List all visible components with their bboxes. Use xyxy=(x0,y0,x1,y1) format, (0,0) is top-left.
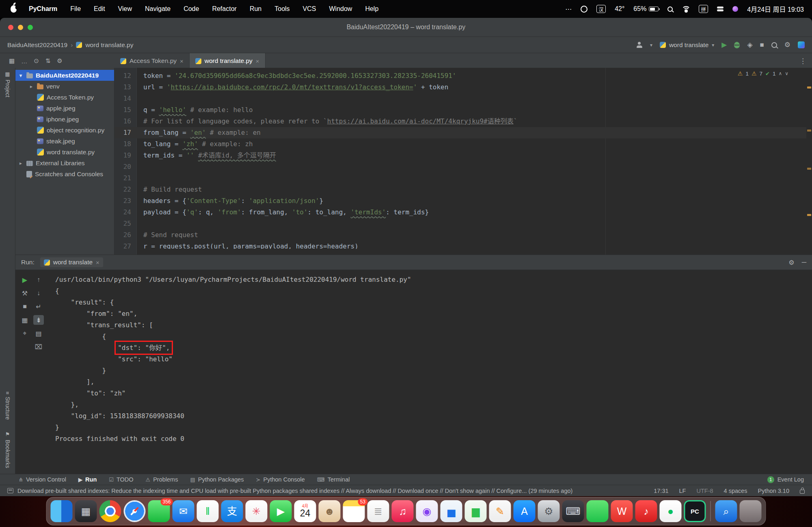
dock-alipay-icon[interactable]: 支 xyxy=(221,500,243,522)
menu-view[interactable]: View xyxy=(112,5,138,13)
dock-facetime-icon[interactable]: ▶ xyxy=(270,500,292,522)
menu-code[interactable]: Code xyxy=(177,5,205,13)
chevron-icon[interactable]: ▸ xyxy=(18,160,24,166)
coverage-button[interactable]: ◈ xyxy=(747,41,752,49)
code-line[interactable]: 16# For list of language codes, please r… xyxy=(114,116,806,127)
stop-button[interactable]: ■ xyxy=(19,302,30,311)
debug-button[interactable] xyxy=(734,42,740,48)
caret-position[interactable]: 17:31 xyxy=(654,488,668,494)
menu-edit[interactable]: Edit xyxy=(87,5,112,13)
dock-pages-icon[interactable]: ✎ xyxy=(489,500,511,522)
search-everywhere-icon[interactable] xyxy=(771,42,777,48)
dock-notes-icon[interactable]: 53 xyxy=(343,500,365,522)
chevron-icon[interactable]: ▸ xyxy=(28,84,34,89)
next-problem-icon[interactable]: ∨ xyxy=(785,71,788,76)
minimize-button[interactable] xyxy=(18,25,23,30)
indent-style[interactable]: 4 spaces xyxy=(724,488,747,494)
spotlight-search-icon[interactable] xyxy=(667,6,673,12)
print-button[interactable]: ▤ xyxy=(33,328,44,338)
dock-messages-icon[interactable]: 356 xyxy=(148,500,170,522)
dock-iqiyi-icon[interactable]: ‖ xyxy=(197,500,219,522)
code-line[interactable]: 15q = 'hello' # example: hello xyxy=(114,104,806,116)
tool-tab-problems[interactable]: ⚠Problems xyxy=(146,476,178,483)
dock-keyboard-app-icon[interactable]: ⌨ xyxy=(562,500,584,522)
tree-item-object-recognition-py[interactable]: object recognition.py xyxy=(15,125,114,136)
next-trace-button[interactable]: ↓ xyxy=(33,288,44,298)
dock-preview-icon[interactable]: ⌕ xyxy=(715,500,737,522)
editor-tab-word-translate-py[interactable]: word translate.py× xyxy=(190,53,266,69)
menu-help[interactable]: Help xyxy=(358,5,385,13)
code-line[interactable]: 25 xyxy=(114,218,806,229)
project-root[interactable]: ▾ BaiduAItest20220419 xyxy=(15,70,114,81)
warning-mark[interactable] xyxy=(807,86,811,89)
lock-icon[interactable] xyxy=(800,490,805,494)
run-configuration-select[interactable]: word translate ▾ xyxy=(660,41,714,49)
code-line[interactable]: 20 xyxy=(114,161,806,173)
clear-output-button[interactable]: ⌧ xyxy=(33,342,44,352)
tab-close-icon[interactable]: × xyxy=(256,58,259,65)
tool-tab-python-console[interactable]: ≻Python Console xyxy=(256,476,305,483)
dock-mail-icon[interactable]: ✉ xyxy=(173,500,194,522)
dock-contacts-icon[interactable]: ☻ xyxy=(319,500,341,522)
code-line[interactable]: 17from_lang = 'en' # example: en xyxy=(114,127,806,138)
tool-tab-run[interactable]: ▶Run xyxy=(78,476,97,483)
tool-tab-version-control[interactable]: ⋔Version Control xyxy=(19,476,66,483)
view-options-icon[interactable]: … xyxy=(21,58,27,65)
dock-system-preferences-icon[interactable]: ⚙ xyxy=(538,500,560,522)
run-settings-gear-icon[interactable]: ⚙ xyxy=(788,259,794,266)
scroll-to-end-button[interactable]: ⇟ xyxy=(33,315,44,325)
panel-settings-icon[interactable]: ⚙ xyxy=(57,57,62,65)
menubar-clock[interactable]: 4月24日 周日 19:03 xyxy=(747,4,804,14)
expand-collapse-icon[interactable]: ⇅ xyxy=(45,57,51,65)
close-icon[interactable]: × xyxy=(96,259,99,266)
run-tab[interactable]: word translate × xyxy=(40,257,103,267)
tool-tab-todo[interactable]: ☑TODO xyxy=(109,476,133,483)
dock-wechat-icon[interactable] xyxy=(587,500,609,522)
user-caret-icon[interactable]: ▾ xyxy=(650,42,652,48)
tool-stripe-project[interactable]: ▦ Project xyxy=(4,71,11,97)
tab-options-icon[interactable]: ⋮ xyxy=(799,53,812,69)
dock-green-circle-app-icon[interactable]: ● xyxy=(660,500,682,522)
soft-wrap-button[interactable]: ↵ xyxy=(33,302,44,311)
locate-file-icon[interactable]: ⊙ xyxy=(34,57,39,65)
dock-calendar-icon[interactable]: 4月24 xyxy=(294,500,316,522)
rerun-button[interactable]: ▶ xyxy=(19,275,30,285)
dock-wps-icon[interactable]: W xyxy=(611,500,633,522)
code-line[interactable]: 23headers = {'Content-Type': 'applicatio… xyxy=(114,195,806,207)
file-encoding[interactable]: UTF-8 xyxy=(696,488,713,494)
dock-music-icon[interactable]: ♫ xyxy=(392,500,414,522)
control-center-icon[interactable] xyxy=(717,6,723,11)
error-stripe[interactable] xyxy=(806,68,812,255)
menu-tools[interactable]: Tools xyxy=(268,5,296,13)
code-line[interactable]: 12token = '24.670d359695dd66a8c9ec3bdbdc… xyxy=(114,70,806,82)
event-log-button[interactable]: 1 Event Log xyxy=(767,476,812,483)
split-output-button[interactable]: ▦ xyxy=(19,315,30,325)
app-ring-icon[interactable] xyxy=(581,6,587,13)
dock-keynote-icon[interactable]: ▅ xyxy=(441,500,462,522)
menubar-app-icon[interactable] xyxy=(732,6,738,12)
python-interpreter[interactable]: Python 3.10 xyxy=(758,488,789,494)
menu-file[interactable]: File xyxy=(64,5,87,13)
battery-indicator[interactable]: 65% xyxy=(633,5,659,13)
editor-tab-access-token-py[interactable]: Access Token.py× xyxy=(114,53,190,69)
user-account-icon[interactable] xyxy=(636,42,643,48)
dock-trash-icon[interactable] xyxy=(740,500,762,522)
code-line[interactable]: 19term_ids = '' #术语库id, 多个逗号隔开 xyxy=(114,150,806,161)
code-line[interactable]: 27r = requests.post(url, params=payload,… xyxy=(114,241,806,249)
code-line[interactable]: 26# Send request xyxy=(114,229,806,241)
tree-item-iphone-jpeg[interactable]: iphone.jpeg xyxy=(15,114,114,125)
menu-window[interactable]: Window xyxy=(323,5,359,13)
code-line[interactable]: 22# Build request xyxy=(114,184,806,195)
warning-mark[interactable] xyxy=(807,130,811,132)
dock-podcasts-icon[interactable]: ◉ xyxy=(416,500,438,522)
breadcrumb-project[interactable]: BaiduAItest20220419 xyxy=(7,41,67,49)
tool-stripe-structure[interactable]: ≡ Structure xyxy=(4,391,11,420)
status-message[interactable]: Download pre-built shared indexes: Reduc… xyxy=(17,488,572,494)
weather-temp[interactable]: 42° xyxy=(615,5,624,13)
input-pinyin-icon[interactable]: 拼 xyxy=(699,5,708,13)
zoom-button[interactable] xyxy=(28,25,33,30)
dock-textedit-icon[interactable]: ≣ xyxy=(367,500,389,522)
dock-pycharm-icon[interactable]: PC xyxy=(684,500,706,522)
tree-item-external-libraries[interactable]: ▸External Libraries xyxy=(15,158,114,168)
code-editor[interactable]: 12token = '24.670d359695dd66a8c9ec3bdbdc… xyxy=(114,68,812,255)
